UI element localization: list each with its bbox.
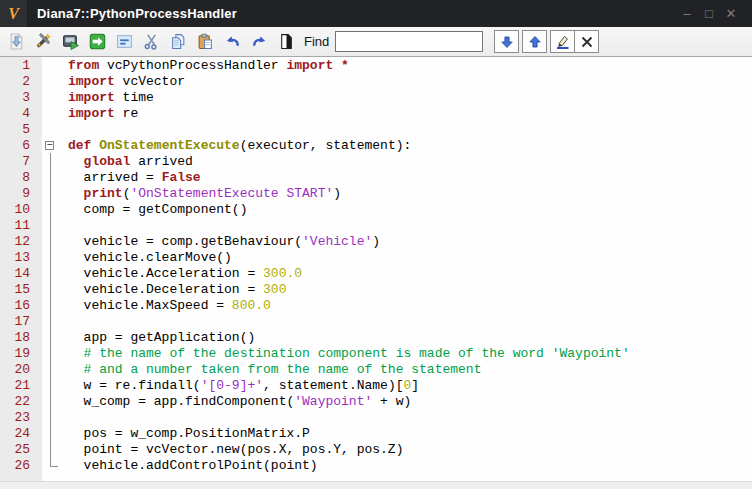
run-script-icon <box>62 33 79 50</box>
code-line[interactable]: 14 vehicle.Acceleration = 300.0 <box>0 266 752 282</box>
code-line[interactable]: 11 <box>0 218 752 234</box>
highlighter-icon <box>555 34 571 50</box>
syntax-check-wand-icon <box>35 33 52 50</box>
code-line[interactable]: 12 vehicle = comp.getBehaviour('Vehicle'… <box>0 234 752 250</box>
find-previous-button[interactable] <box>522 30 547 53</box>
indent-block-button[interactable] <box>113 29 136 54</box>
clear-search-button[interactable] <box>574 30 599 53</box>
code-line[interactable]: 13 vehicle.clearMove() <box>0 250 752 266</box>
fold-column <box>42 74 66 90</box>
code-line[interactable]: 15 vehicle.Deceleration = 300 <box>0 282 752 298</box>
undo-icon <box>224 33 241 50</box>
fold-line <box>50 266 51 282</box>
code-line[interactable]: 18 app = getApplication() <box>0 330 752 346</box>
window-controls: – □ ✕ <box>676 3 752 25</box>
line-number: 26 <box>0 458 42 474</box>
fold-column <box>42 122 66 138</box>
paste-button[interactable] <box>194 29 217 54</box>
redo-icon <box>251 33 268 50</box>
line-number: 18 <box>0 330 42 346</box>
title-bar: V Diana7::PythonProcessHandler – □ ✕ <box>0 0 752 27</box>
fold-line <box>50 458 51 466</box>
code-text: app = getApplication() <box>66 330 255 346</box>
fold-column[interactable]: − <box>42 138 66 154</box>
code-text: w_comp = app.findComponent('Waypoint' + … <box>66 394 411 410</box>
syntax-check-button[interactable] <box>32 29 55 54</box>
fold-column <box>42 106 66 122</box>
code-text <box>66 410 84 426</box>
code-line[interactable]: 1from vcPythonProcessHandler import * <box>0 58 752 74</box>
line-number: 2 <box>0 74 42 90</box>
fold-line <box>50 378 51 394</box>
line-number: 19 <box>0 346 42 362</box>
code-line[interactable]: 2import vcVector <box>0 74 752 90</box>
code-text: import re <box>66 106 138 122</box>
arrow-down-icon <box>499 34 515 50</box>
fold-line <box>50 202 51 218</box>
fold-line <box>50 250 51 266</box>
code-line[interactable]: 3import time <box>0 90 752 106</box>
code-line[interactable]: 10 comp = getComponent() <box>0 202 752 218</box>
copy-button[interactable] <box>167 29 190 54</box>
redo-button[interactable] <box>248 29 271 54</box>
app-window: V Diana7::PythonProcessHandler – □ ✕ <box>0 0 752 490</box>
code-line[interactable]: 21 w = re.findall('[0-9]+', statement.Na… <box>0 378 752 394</box>
import-script-icon <box>8 33 25 50</box>
code-line[interactable]: 23 <box>0 410 752 426</box>
fold-line <box>50 170 51 186</box>
code-line[interactable]: 7 global arrived <box>0 154 752 170</box>
code-text: comp = getComponent() <box>66 202 247 218</box>
fold-line <box>50 154 51 170</box>
code-text: pos = w_comp.PositionMatrix.P <box>66 426 310 442</box>
code-line[interactable]: 4import re <box>0 106 752 122</box>
code-line[interactable]: 22 w_comp = app.findComponent('Waypoint'… <box>0 394 752 410</box>
fold-line <box>50 362 51 378</box>
code-line[interactable]: 9 print('OnStatementExecute START') <box>0 186 752 202</box>
code-line[interactable]: 17 <box>0 314 752 330</box>
code-line[interactable]: 16 vehicle.MaxSpeed = 800.0 <box>0 298 752 314</box>
code-text: # and a number taken from the name of th… <box>66 362 481 378</box>
line-number: 16 <box>0 298 42 314</box>
code-editor[interactable]: 1from vcPythonProcessHandler import *2im… <box>0 56 752 489</box>
code-text: global arrived <box>66 154 193 170</box>
code-line[interactable]: 20 # and a number taken from the name of… <box>0 362 752 378</box>
code-text: vehicle = comp.getBehaviour('Vehicle') <box>66 234 380 250</box>
cut-button[interactable] <box>140 29 163 54</box>
code-text: arrived = False <box>66 170 201 186</box>
copy-icon <box>170 33 187 50</box>
find-label: Find <box>304 34 329 49</box>
run-script-button[interactable] <box>59 29 82 54</box>
code-text: w = re.findall('[0-9]+', statement.Name)… <box>66 378 419 394</box>
fold-line <box>50 410 51 426</box>
find-in-document-button[interactable] <box>275 29 298 54</box>
code-text <box>66 122 68 138</box>
line-number: 11 <box>0 218 42 234</box>
line-number: 10 <box>0 202 42 218</box>
minimize-button[interactable]: – <box>676 3 698 25</box>
find-next-button[interactable] <box>494 30 519 53</box>
line-number: 4 <box>0 106 42 122</box>
code-line[interactable]: 5 <box>0 122 752 138</box>
collapse-minus-icon[interactable]: − <box>45 141 54 150</box>
close-button[interactable]: ✕ <box>720 3 742 25</box>
code-text: vehicle.MaxSpeed = 800.0 <box>66 298 271 314</box>
apply-script-button[interactable] <box>86 29 109 54</box>
code-text: vehicle.addControlPoint(point) <box>66 458 318 474</box>
code-line[interactable]: 25 point = vcVector.new(pos.X, pos.Y, po… <box>0 442 752 458</box>
fold-line <box>50 186 51 202</box>
line-number: 21 <box>0 378 42 394</box>
code-line[interactable]: 26 vehicle.addControlPoint(point) <box>0 458 752 474</box>
find-input[interactable] <box>335 31 483 52</box>
code-line[interactable]: 6−def OnStatementExecute(executor, state… <box>0 138 752 154</box>
fold-column <box>42 346 66 362</box>
fold-column <box>42 234 66 250</box>
code-line[interactable]: 19 # the name of the destination compone… <box>0 346 752 362</box>
code-line[interactable]: 24 pos = w_comp.PositionMatrix.P <box>0 426 752 442</box>
code-line[interactable]: 8 arrived = False <box>0 170 752 186</box>
undo-button[interactable] <box>221 29 244 54</box>
fold-line <box>50 218 51 234</box>
import-script-button[interactable] <box>5 29 28 54</box>
highlight-all-button[interactable] <box>550 30 575 53</box>
fold-line <box>50 346 51 362</box>
maximize-button[interactable]: □ <box>698 3 720 25</box>
